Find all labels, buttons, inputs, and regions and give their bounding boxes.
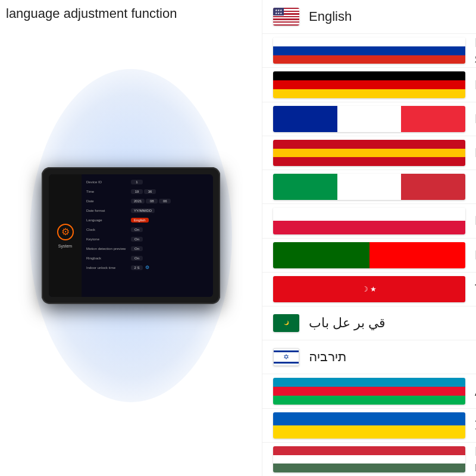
row-label-keytone: Keytone [86,237,131,241]
list-item[interactable]: Azerbaijan [262,374,476,408]
device-main: Device ID 1 Time 19 36 Date 2021 08 [82,174,213,297]
flag-il: ✡ [273,348,299,366]
device-screen: System Device ID 1 Time 19 36 [49,174,213,297]
device-row: Clock On [86,226,208,233]
list-item[interactable]: Deutsch [262,68,476,102]
row-val-time1: 19 [131,189,143,194]
language-list: ★★★★★★ English Русский язык Deutsch Fran… [262,0,476,476]
row-val-date2: 08 [146,199,158,203]
list-item[interactable]: Français [262,102,476,136]
device-row: Time 19 36 [86,187,208,195]
flag-us: ★★★★★★ [273,8,299,26]
row-val-mdp: On [131,246,143,251]
device-row: Keytone On [86,235,208,243]
list-item[interactable]: Italiano [262,170,476,204]
device-row: Language English [86,216,208,224]
device-row: Indoor unlock time 2 S ⚙ [86,264,208,271]
lang-name-arabic: قي بر عل باب [309,315,386,331]
row-label-dateformat: Date format [86,209,131,212]
flag-az [273,378,465,404]
device-row: Date format YY/MM/DD [86,206,208,214]
device-frame: System Device ID 1 Time 19 36 [42,167,220,304]
flag-tr: ☽ ★ [273,276,465,302]
device-sidebar: System [49,174,82,297]
flag-ua [273,412,465,439]
flag-ru [273,37,465,64]
row-val-keytone: On [131,237,143,242]
list-item[interactable]: Mazar nyelv [262,443,476,476]
row-label-unlocktime: Indoor unlock time [86,266,131,270]
row-label-mdp: Motion detection preview [86,247,131,250]
list-item[interactable]: Español [262,136,476,170]
row-val-deviceid: 1 [131,180,143,184]
flag-it [273,174,465,200]
row-val-dateformat: YY/MM/DD [131,208,155,213]
lang-name-english: English [309,9,352,24]
list-item[interactable]: ☽ ★ Türkçe [262,273,476,306]
list-item[interactable]: Polacco [262,204,476,238]
left-panel: language adjustment function System Devi… [0,0,262,476]
settings-icon: ⚙ [145,265,149,270]
list-item[interactable]: Русский язык [262,34,476,68]
screen-content: System Device ID 1 Time 19 36 [49,174,213,297]
row-val-date1: 2021 [131,199,145,203]
gear-icon [57,224,74,240]
flag-pt [273,242,465,268]
flag-fr [273,106,465,132]
list-item[interactable]: ★★★★★★ English [262,0,476,34]
row-label-date: Date [86,199,131,203]
list-item[interactable]: 🌙 قي بر عل باب [262,306,476,340]
flag-hu [273,446,465,472]
list-item[interactable]: Україна [262,409,476,443]
lang-name-hebrew: תירביה [309,349,346,365]
flag-pl [273,208,465,234]
flag-de [273,71,465,98]
row-label-time: Time [86,190,131,193]
row-val-unlocktime: 2 S [131,265,143,270]
row-val-language[interactable]: English [131,218,149,223]
device-row: Ringback On [86,254,208,262]
sidebar-system-label: System [58,244,72,248]
list-item[interactable]: ✡ תירביה [262,340,476,374]
row-label-clock: Clock [86,228,131,231]
page-title: language adjustment function [0,6,177,21]
row-val-date3: 06 [159,199,171,203]
device-row: Device ID 1 [86,178,208,186]
row-val-clock: On [131,227,143,232]
list-item[interactable]: Português [262,239,476,273]
row-label-deviceid: Device ID [86,180,131,184]
flag-sa: 🌙 [273,314,299,332]
row-label-ringback: Ringback [86,256,131,260]
row-val-ringback: On [131,256,143,261]
flag-es [273,140,465,166]
device-row: Date 2021 08 06 [86,197,208,205]
row-label-language: Language [86,218,131,222]
row-val-time2: 36 [144,189,156,194]
device-container: System Device ID 1 Time 19 36 [18,33,244,438]
device-row: Motion detection preview On [86,245,208,252]
